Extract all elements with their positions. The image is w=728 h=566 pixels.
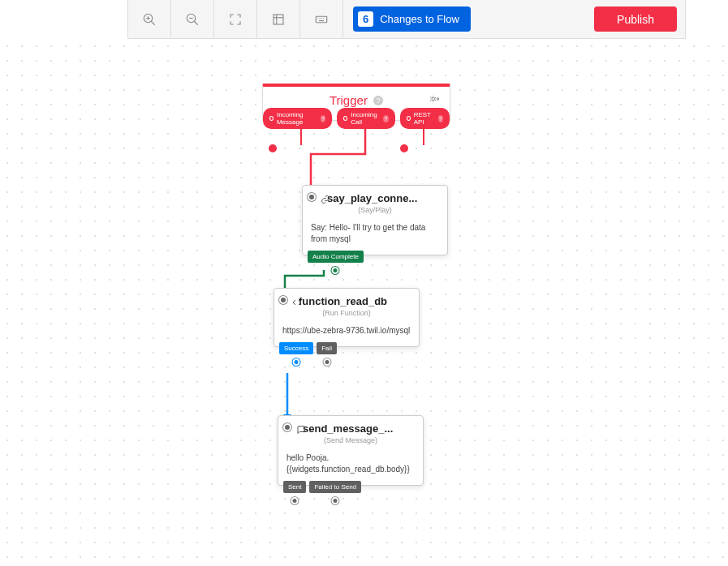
trigger-widget[interactable]: Trigger ? Incoming Message ? Incoming Ca…	[262, 84, 450, 121]
trigger-output-incoming-message[interactable]: Incoming Message ?	[263, 108, 332, 129]
changes-label: Changes to Flow	[380, 13, 459, 25]
svg-line-8	[194, 21, 198, 25]
changes-to-flow-button[interactable]: 6 Changes to Flow	[353, 6, 471, 32]
fullscreen-button[interactable]	[214, 0, 257, 38]
output-port[interactable]	[332, 497, 339, 504]
output-audio-complete[interactable]: Audio Complete	[308, 251, 364, 263]
output-port[interactable]	[323, 358, 330, 366]
help-icon[interactable]: ?	[373, 96, 383, 105]
trigger-output-rest-api[interactable]: REST API ?	[400, 108, 450, 129]
keyboard-button[interactable]	[300, 0, 343, 38]
output-port[interactable]	[293, 358, 300, 366]
help-icon: ?	[438, 115, 443, 122]
gear-icon[interactable]	[429, 93, 442, 107]
zoom-in-button[interactable]	[128, 0, 171, 38]
svg-point-20	[437, 98, 438, 100]
help-icon: ?	[383, 115, 389, 122]
link-icon	[321, 193, 330, 208]
output-success[interactable]: Success	[279, 342, 313, 354]
port-dot-icon	[343, 116, 347, 121]
widget-body: Say: Hello- I'll try to get the data fro…	[303, 216, 447, 255]
widget-send-message[interactable]: send_message_... (Send Message) hello Po…	[278, 415, 424, 486]
changes-count-badge: 6	[358, 11, 373, 27]
trigger-output-port-incoming-message[interactable]	[269, 144, 277, 152]
code-icon	[292, 296, 302, 311]
widget-say-play[interactable]: say_play_conne... (Say/Play) Say: Hello-…	[302, 185, 448, 255]
trigger-output-incoming-call[interactable]: Incoming Call ?	[337, 108, 394, 129]
output-port[interactable]	[332, 267, 339, 274]
flow-toolbar: 6 Changes to Flow Publish	[127, 0, 686, 39]
output-sent[interactable]: Sent	[283, 481, 306, 493]
svg-rect-13	[316, 16, 327, 23]
output-failed-to-send[interactable]: Failed to Send	[309, 481, 361, 493]
svg-point-19	[432, 97, 435, 101]
trigger-output-port-rest-api[interactable]	[400, 144, 408, 152]
help-icon: ?	[321, 115, 326, 122]
zoom-out-button[interactable]	[171, 0, 214, 38]
output-port[interactable]	[291, 497, 299, 504]
widget-function-read-db[interactable]: function_read_db (Run Function) https://…	[274, 288, 420, 347]
message-icon	[296, 423, 306, 438]
publish-button[interactable]: Publish	[594, 6, 677, 32]
port-dot-icon	[407, 116, 411, 121]
svg-rect-10	[274, 15, 283, 24]
svg-line-4	[151, 21, 155, 25]
grid-button[interactable]	[257, 0, 300, 38]
port-dot-icon	[269, 116, 274, 121]
widget-body: hello Pooja. {{widgets.function_read_db.…	[278, 446, 423, 485]
output-fail[interactable]: Fail	[317, 342, 337, 354]
